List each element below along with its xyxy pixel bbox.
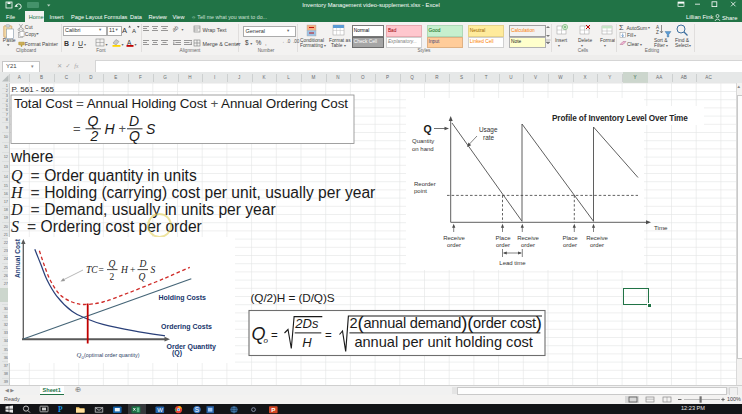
- svg-text:Total Cost = Annual Holding Co: Total Cost = Annual Holding Cost + Annua…: [14, 96, 348, 111]
- svg-text:Profile of Inventory Level Ove: Profile of Inventory Level Over Time: [552, 114, 688, 123]
- svg-text:=: =: [99, 265, 104, 275]
- svg-text:Lead time: Lead time: [499, 260, 526, 266]
- svg-text:2: 2: [110, 272, 115, 282]
- svg-text:D: D: [129, 113, 139, 129]
- svg-text:order: order: [563, 242, 577, 248]
- svg-text:Time: Time: [654, 224, 668, 231]
- svg-text:rate: rate: [483, 134, 494, 141]
- svg-text:W: W: [157, 407, 163, 413]
- svg-text:(optimal order quantity): (optimal order quantity): [84, 352, 140, 358]
- svg-text:H: H: [302, 335, 312, 350]
- svg-text:=: =: [271, 329, 278, 341]
- svg-text:o: o: [264, 336, 269, 345]
- svg-text:Q: Q: [424, 123, 432, 135]
- svg-text:Quantity: Quantity: [412, 138, 434, 144]
- svg-text:TC: TC: [86, 265, 98, 275]
- svg-text:+: +: [119, 121, 127, 136]
- svg-text:S: S: [151, 265, 156, 275]
- svg-text:P: P: [58, 405, 63, 414]
- svg-text:Q: Q: [109, 259, 116, 269]
- svg-text:2: 2: [90, 128, 99, 144]
- svg-text:on hand: on hand: [412, 146, 434, 152]
- svg-text:Place: Place: [562, 235, 578, 241]
- svg-text:point: point: [414, 188, 427, 194]
- svg-text:Q: Q: [129, 128, 140, 144]
- svg-text:Annual Cost: Annual Cost: [14, 238, 21, 278]
- svg-text:2Ds: 2Ds: [294, 316, 319, 331]
- svg-text:=: =: [325, 329, 332, 341]
- svg-text:Place: Place: [495, 235, 511, 241]
- svg-text:H: H: [120, 265, 129, 275]
- svg-text:P: P: [271, 406, 275, 413]
- svg-text:2(annual demand)(order cost): 2(annual demand)(order cost): [350, 312, 542, 333]
- svg-text:+: +: [130, 265, 135, 275]
- svg-text:=: =: [73, 121, 81, 136]
- svg-text:D: D: [139, 259, 147, 269]
- svg-text:S: S: [195, 406, 199, 413]
- svg-text:Reorder: Reorder: [414, 181, 436, 187]
- svg-text:Receive: Receive: [586, 235, 608, 241]
- svg-text:Receive: Receive: [443, 235, 465, 241]
- svg-text:S: S: [146, 121, 156, 137]
- svg-text:Ordering Costs: Ordering Costs: [161, 323, 212, 331]
- svg-text:Receive: Receive: [517, 235, 539, 241]
- svg-text:Q: Q: [139, 272, 146, 282]
- svg-text:order: order: [590, 242, 604, 248]
- svg-text:(Q): (Q): [172, 349, 182, 357]
- svg-text:Q: Q: [88, 113, 99, 129]
- svg-text:order: order: [521, 242, 535, 248]
- svg-text:annual per unit holding cost: annual per unit holding cost: [354, 334, 533, 350]
- svg-text:H: H: [105, 121, 116, 137]
- svg-text:Holding Costs: Holding Costs: [159, 294, 207, 302]
- svg-text:order: order: [496, 242, 510, 248]
- svg-text:order: order: [447, 242, 461, 248]
